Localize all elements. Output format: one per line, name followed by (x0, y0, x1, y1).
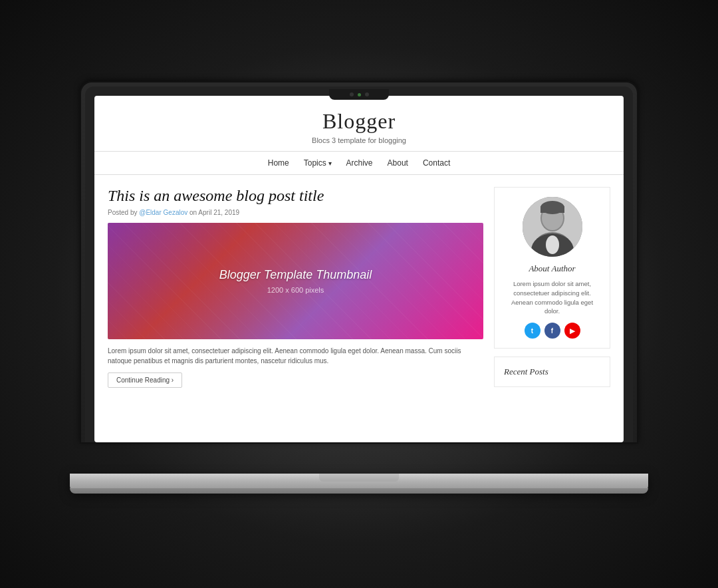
camera-dot (350, 92, 354, 96)
social-links: t f ▶ (504, 323, 600, 339)
post-meta-prefix: Posted by (108, 209, 139, 216)
nav-topics[interactable]: Topics (304, 158, 332, 168)
nav-about[interactable]: About (388, 158, 408, 168)
recent-posts-card: Recent Posts (494, 357, 610, 387)
author-bio: Lorem ipsum dolor sit amet, consectetuer… (504, 279, 600, 316)
recent-posts-title: Recent Posts (504, 367, 600, 377)
laptop: Blogger Blocs 3 template for blogging Ho… (80, 81, 638, 494)
laptop-lid: Blogger Blocs 3 template for blogging Ho… (80, 81, 638, 444)
author-section-title: About Author (504, 263, 600, 274)
svg-point-5 (546, 235, 559, 254)
site-subtitle: Blocs 3 template for blogging (94, 136, 624, 144)
laptop-base (70, 474, 648, 494)
post-meta: Posted by @Eldar Gezalov on April 21, 20… (108, 209, 483, 216)
author-avatar-image (523, 197, 582, 257)
facebook-button[interactable]: f (544, 323, 560, 339)
main-content: This is an awesome blog post title Poste… (94, 175, 624, 400)
camera-notch (329, 89, 389, 100)
sidebar: About Author Lorem ipsum dolor sit amet,… (494, 187, 610, 388)
post-thumbnail: Blogger Template Thumbnail 1200 x 600 pi… (108, 223, 483, 339)
nav-contact[interactable]: Contact (423, 158, 450, 168)
post-meta-suffix: on April 21, 2019 (187, 209, 239, 216)
youtube-button[interactable]: ▶ (564, 323, 580, 339)
post-excerpt: Lorem ipsum dolor sit amet, consectetuer… (108, 346, 483, 366)
post-area: This is an awesome blog post title Poste… (108, 187, 483, 388)
svg-rect-8 (540, 206, 564, 213)
browser-content: Blogger Blocs 3 template for blogging Ho… (94, 96, 624, 442)
laptop-screen: Blogger Blocs 3 template for blogging Ho… (94, 96, 624, 442)
twitter-button[interactable]: t (525, 323, 540, 339)
nav-home[interactable]: Home (268, 158, 289, 168)
site-header: Blogger Blocs 3 template for blogging (94, 96, 624, 152)
author-avatar (523, 197, 582, 257)
continue-reading-button[interactable]: Continue Reading › (108, 372, 182, 388)
thumbnail-text: Blogger Template Thumbnail (219, 268, 372, 282)
site-nav: Home Topics Archive About Contact (94, 152, 624, 175)
thumbnail-size: 1200 x 600 pixels (267, 286, 324, 294)
camera-dot-2 (365, 92, 369, 96)
nav-archive[interactable]: Archive (346, 158, 373, 168)
post-title: This is an awesome blog post title (108, 187, 483, 205)
post-author-link[interactable]: @Eldar Gezalov (139, 209, 187, 216)
site-title: Blogger (94, 109, 624, 134)
camera-light (358, 93, 361, 96)
author-card: About Author Lorem ipsum dolor sit amet,… (494, 187, 610, 349)
